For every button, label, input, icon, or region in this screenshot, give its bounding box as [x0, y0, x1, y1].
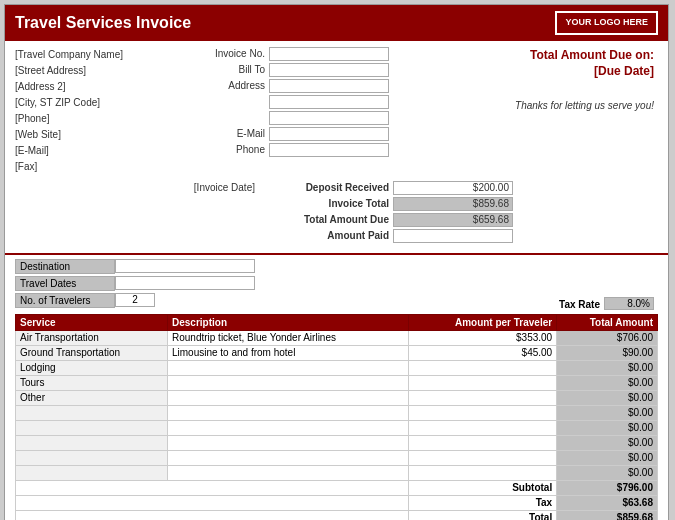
total-due-fin-label: Total Amount Due — [259, 214, 389, 225]
service-cell — [16, 405, 168, 420]
subtotal-label-cell: Tax — [409, 495, 557, 510]
table-row: $0.00 — [16, 465, 658, 480]
trip-left: Destination Travel Dates No. of Traveler… — [15, 259, 315, 310]
num-travelers-value[interactable]: 2 — [115, 293, 155, 307]
total-cell: $706.00 — [557, 330, 658, 345]
amount-cell — [409, 375, 557, 390]
address-input[interactable] — [269, 79, 389, 93]
col-amount: Amount per Traveler — [409, 314, 557, 330]
thanks-text: Thanks for letting us serve you! — [498, 100, 654, 111]
section-divider — [5, 253, 668, 255]
amount-cell — [409, 435, 557, 450]
company-website: [Web Site] — [15, 127, 175, 143]
col-description: Description — [167, 314, 408, 330]
financial-section: [Invoice Date] Deposit Received $200.00 … — [5, 179, 668, 247]
subtotal-spacer — [16, 510, 409, 520]
subtotal-row: Tax$63.68 — [16, 495, 658, 510]
table-row: Air TransportationRoundtrip ticket, Blue… — [16, 330, 658, 345]
destination-label: Destination — [15, 259, 115, 274]
num-travelers-label: No. of Travelers — [15, 293, 115, 308]
travel-dates-input[interactable] — [115, 276, 255, 290]
col-service: Service — [16, 314, 168, 330]
logo-box: YOUR LOGO HERE — [555, 11, 658, 35]
company-fax: [Fax] — [15, 159, 175, 175]
subtotal-value-cell: $859.68 — [557, 510, 658, 520]
table-row: $0.00 — [16, 420, 658, 435]
company-address2: [Address 2] — [15, 79, 175, 95]
subtotal-spacer — [16, 480, 409, 495]
address3-input[interactable] — [269, 111, 389, 125]
amount-cell — [409, 405, 557, 420]
email-label: E-Mail — [185, 128, 265, 139]
description-cell — [167, 465, 408, 480]
table-row: $0.00 — [16, 450, 658, 465]
subtotal-row: Total$859.68 — [16, 510, 658, 520]
total-cell: $0.00 — [557, 450, 658, 465]
subtotal-label-cell: Total — [409, 510, 557, 520]
table-row: $0.00 — [16, 435, 658, 450]
deposit-label: Deposit Received — [259, 182, 389, 193]
email-input[interactable] — [269, 127, 389, 141]
table-header-row: Service Description Amount per Traveler … — [16, 314, 658, 330]
company-info: [Travel Company Name] [Street Address] [… — [15, 47, 175, 175]
trip-right: Tax Rate 8.0% — [315, 259, 658, 310]
company-email: [E-Mail] — [15, 143, 175, 159]
total-cell: $0.00 — [557, 435, 658, 450]
subtotal-value-cell: $796.00 — [557, 480, 658, 495]
total-cell: $0.00 — [557, 465, 658, 480]
description-cell: Limousine to and from hotel — [167, 345, 408, 360]
description-cell: Roundtrip ticket, Blue Yonder Airlines — [167, 330, 408, 345]
col-total: Total Amount — [557, 314, 658, 330]
service-cell: Ground Transportation — [16, 345, 168, 360]
header: Travel Services Invoice YOUR LOGO HERE — [5, 5, 668, 41]
table-row: Lodging$0.00 — [16, 360, 658, 375]
services-table: Service Description Amount per Traveler … — [15, 314, 658, 520]
subtotal-label-cell: Subtotal — [409, 480, 557, 495]
description-cell — [167, 435, 408, 450]
description-cell — [167, 420, 408, 435]
amount-cell: $45.00 — [409, 345, 557, 360]
amount-paid-value[interactable] — [393, 229, 513, 243]
service-cell: Lodging — [16, 360, 168, 375]
bill-to-input[interactable] — [269, 63, 389, 77]
company-street: [Street Address] — [15, 63, 175, 79]
company-phone: [Phone] — [15, 111, 175, 127]
company-name: [Travel Company Name] — [15, 47, 175, 63]
amount-cell — [409, 420, 557, 435]
service-cell — [16, 420, 168, 435]
destination-input[interactable] — [115, 259, 255, 273]
description-cell — [167, 360, 408, 375]
table-row: Other$0.00 — [16, 390, 658, 405]
invoice-no-input[interactable] — [269, 47, 389, 61]
travel-dates-label: Travel Dates — [15, 276, 115, 291]
description-cell — [167, 450, 408, 465]
subtotal-value-cell: $63.68 — [557, 495, 658, 510]
invoice-total-label: Invoice Total — [259, 198, 389, 209]
service-cell — [16, 435, 168, 450]
bill-to-label: Bill To — [185, 64, 265, 75]
table-row: $0.00 — [16, 405, 658, 420]
tax-rate-label: Tax Rate — [559, 299, 600, 310]
total-due-on-label: Total Amount Due on: [Due Date] — [498, 47, 654, 81]
amount-cell — [409, 450, 557, 465]
address-label: Address — [185, 80, 265, 91]
amount-cell: $353.00 — [409, 330, 557, 345]
amount-cell — [409, 465, 557, 480]
total-cell: $0.00 — [557, 360, 658, 375]
total-due-value[interactable]: $659.68 — [393, 213, 513, 227]
invoice-title: Travel Services Invoice — [15, 14, 191, 32]
service-cell: Other — [16, 390, 168, 405]
table-row: Ground TransportationLimousine to and fr… — [16, 345, 658, 360]
invoice-date-label: [Invoice Date] — [175, 182, 255, 193]
phone-input[interactable] — [269, 143, 389, 157]
invoice-total-value[interactable]: $859.68 — [393, 197, 513, 211]
description-cell — [167, 390, 408, 405]
deposit-value[interactable]: $200.00 — [393, 181, 513, 195]
tax-rate-value[interactable]: 8.0% — [604, 297, 654, 310]
total-cell: $90.00 — [557, 345, 658, 360]
invoice-no-label: Invoice No. — [185, 48, 265, 59]
service-cell — [16, 465, 168, 480]
right-panel: Total Amount Due on: [Due Date] Thanks f… — [498, 47, 658, 175]
address2-input[interactable] — [269, 95, 389, 109]
service-cell: Air Transportation — [16, 330, 168, 345]
